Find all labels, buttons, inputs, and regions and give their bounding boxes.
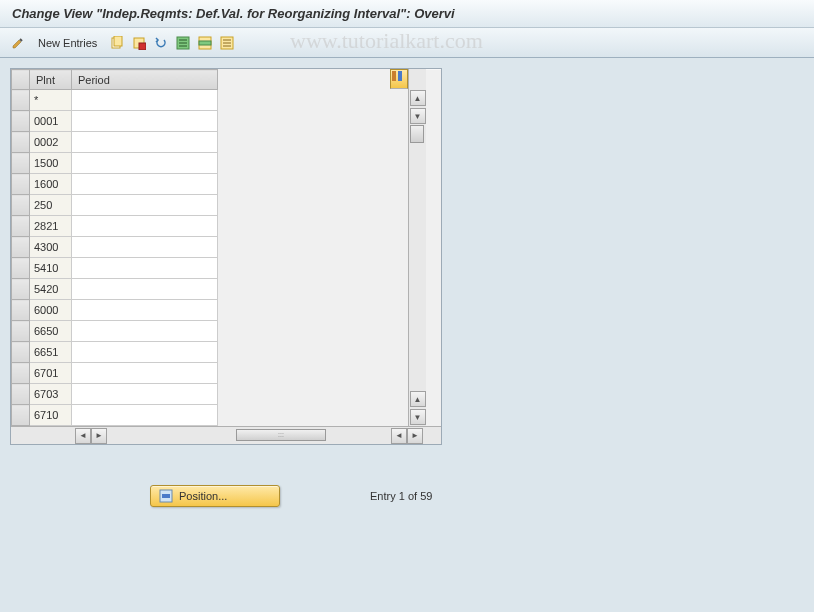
row-selector[interactable] <box>12 111 30 132</box>
plnt-cell[interactable]: 6000 <box>30 300 72 321</box>
period-cell[interactable] <box>72 321 218 342</box>
table-row: 6701 <box>12 363 218 384</box>
scroll-down2-icon[interactable]: ▼ <box>410 409 426 425</box>
plnt-cell[interactable]: 6651 <box>30 342 72 363</box>
row-selector[interactable] <box>12 363 30 384</box>
row-selector[interactable] <box>12 384 30 405</box>
vertical-scrollbar[interactable]: ▲ ▼ ▲ ▼ <box>408 69 426 426</box>
period-cell[interactable] <box>72 300 218 321</box>
table-row: 2821 <box>12 216 218 237</box>
row-selector[interactable] <box>12 153 30 174</box>
plnt-cell[interactable]: 6703 <box>30 384 72 405</box>
plnt-cell[interactable]: 6710 <box>30 405 72 426</box>
row-selector[interactable] <box>12 174 30 195</box>
period-cell[interactable] <box>72 258 218 279</box>
scroll-left2-icon[interactable]: ◄ <box>391 428 407 444</box>
row-selector[interactable] <box>12 342 30 363</box>
horizontal-scrollbar[interactable]: ◄ ► ::: ◄ ► <box>11 426 441 444</box>
copy-icon[interactable] <box>109 35 125 51</box>
plnt-cell[interactable]: 1600 <box>30 174 72 195</box>
period-cell[interactable] <box>72 132 218 153</box>
period-cell[interactable] <box>72 342 218 363</box>
plnt-cell[interactable]: 4300 <box>30 237 72 258</box>
period-cell[interactable] <box>72 195 218 216</box>
plnt-cell[interactable]: 6650 <box>30 321 72 342</box>
table-row: 1600 <box>12 174 218 195</box>
table-row: * <box>12 90 218 111</box>
table-container: Plnt Period *000100021500160025028214300… <box>10 68 442 445</box>
scroll-track[interactable] <box>410 125 426 390</box>
plnt-cell[interactable]: * <box>30 90 72 111</box>
table-row: 5420 <box>12 279 218 300</box>
row-selector[interactable] <box>12 216 30 237</box>
row-selector[interactable] <box>12 321 30 342</box>
table-corner[interactable] <box>12 70 30 90</box>
table-row: 6651 <box>12 342 218 363</box>
table-row: 0002 <box>12 132 218 153</box>
table-row: 4300 <box>12 237 218 258</box>
svg-rect-9 <box>199 41 211 45</box>
row-selector[interactable] <box>12 132 30 153</box>
plnt-cell[interactable]: 0002 <box>30 132 72 153</box>
plnt-cell[interactable]: 5420 <box>30 279 72 300</box>
change-icon[interactable] <box>10 35 26 51</box>
row-selector[interactable] <box>12 300 30 321</box>
plnt-cell[interactable]: 1500 <box>30 153 72 174</box>
row-selector[interactable] <box>12 195 30 216</box>
period-cell[interactable] <box>72 237 218 258</box>
hscroll-thumb[interactable]: ::: <box>236 429 326 441</box>
table-row: 250 <box>12 195 218 216</box>
scroll-right-icon[interactable]: ► <box>91 428 107 444</box>
select-all-icon[interactable] <box>175 35 191 51</box>
new-entries-button[interactable]: New Entries <box>32 35 103 51</box>
footer: Position... Entry 1 of 59 <box>10 485 804 507</box>
period-cell[interactable] <box>72 90 218 111</box>
data-grid: Plnt Period *000100021500160025028214300… <box>11 69 218 426</box>
scroll-left-icon[interactable]: ◄ <box>75 428 91 444</box>
deselect-all-icon[interactable] <box>219 35 235 51</box>
period-cell[interactable] <box>72 384 218 405</box>
select-block-icon[interactable] <box>197 35 213 51</box>
grid-empty-area <box>218 69 408 426</box>
period-cell[interactable] <box>72 174 218 195</box>
svg-rect-14 <box>392 71 396 81</box>
position-button[interactable]: Position... <box>150 485 280 507</box>
table-row: 6000 <box>12 300 218 321</box>
period-cell[interactable] <box>72 111 218 132</box>
row-selector[interactable] <box>12 258 30 279</box>
page-title: Change View "Indep.Reqmts: Def.Val. for … <box>12 6 455 21</box>
plnt-cell[interactable]: 5410 <box>30 258 72 279</box>
entry-counter: Entry 1 of 59 <box>370 490 432 502</box>
row-selector[interactable] <box>12 279 30 300</box>
period-cell[interactable] <box>72 279 218 300</box>
svg-rect-3 <box>139 43 146 50</box>
scroll-right2-icon[interactable]: ► <box>407 428 423 444</box>
col-header-period[interactable]: Period <box>72 70 218 90</box>
table-settings-icon[interactable] <box>390 69 408 89</box>
svg-rect-15 <box>398 71 402 81</box>
plnt-cell[interactable]: 2821 <box>30 216 72 237</box>
delete-icon[interactable] <box>131 35 147 51</box>
plnt-cell[interactable]: 250 <box>30 195 72 216</box>
period-cell[interactable] <box>72 405 218 426</box>
title-bar: Change View "Indep.Reqmts: Def.Val. for … <box>0 0 814 28</box>
period-cell[interactable] <box>72 216 218 237</box>
table-row: 6650 <box>12 321 218 342</box>
scroll-down-icon[interactable]: ▼ <box>410 108 426 124</box>
table-row: 0001 <box>12 111 218 132</box>
scroll-thumb[interactable] <box>410 125 424 143</box>
undo-icon[interactable] <box>153 35 169 51</box>
period-cell[interactable] <box>72 153 218 174</box>
plnt-cell[interactable]: 6701 <box>30 363 72 384</box>
scroll-up-icon[interactable]: ▲ <box>410 90 426 106</box>
row-selector[interactable] <box>12 237 30 258</box>
new-entries-label: New Entries <box>38 37 97 49</box>
position-icon <box>159 489 173 503</box>
period-cell[interactable] <box>72 363 218 384</box>
col-header-plnt[interactable]: Plnt <box>30 70 72 90</box>
row-selector[interactable] <box>12 405 30 426</box>
scroll-up2-icon[interactable]: ▲ <box>410 391 426 407</box>
row-selector[interactable] <box>12 90 30 111</box>
plnt-cell[interactable]: 0001 <box>30 111 72 132</box>
svg-rect-1 <box>114 36 122 46</box>
